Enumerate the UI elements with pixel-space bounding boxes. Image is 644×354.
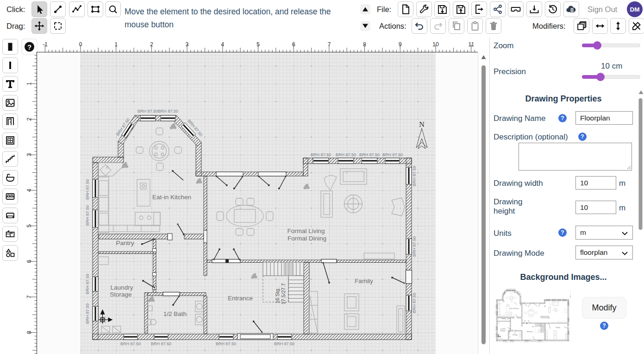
svg-text:?: ? [27, 43, 31, 51]
